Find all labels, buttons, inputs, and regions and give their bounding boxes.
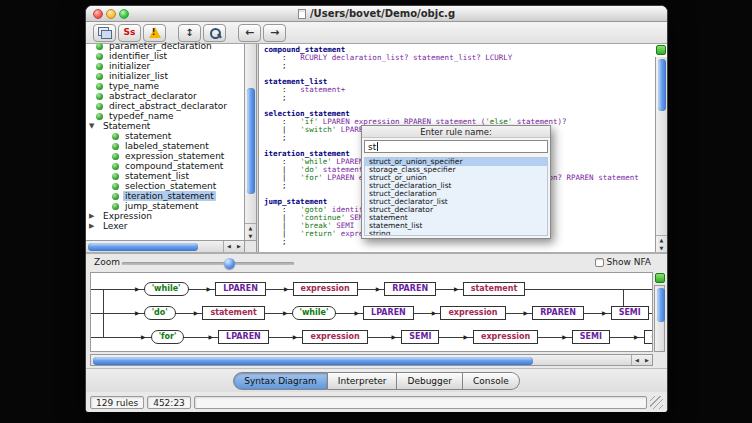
scrollbar-arrows: ◀ ▶: [631, 355, 652, 365]
sidebar-item-label: jump_statement: [123, 201, 201, 211]
diagram-node-expression[interactable]: expression: [644, 330, 653, 344]
sidebar-item-iteration_statement[interactable]: iteration_statement: [86, 191, 244, 201]
scroll-up-icon[interactable]: ▲: [656, 236, 667, 244]
find-button[interactable]: [203, 24, 226, 42]
rules-sidebar: parameter_declarationidentifier_listinit…: [86, 44, 256, 252]
code-segment: ;: [264, 237, 287, 246]
disclosure-closed-icon[interactable]: ▶: [89, 213, 97, 220]
diagram-node-LPAREN[interactable]: LPAREN: [218, 330, 269, 344]
sidebar-item-jump_statement[interactable]: jump_statement: [86, 201, 244, 211]
disclosure-closed-icon[interactable]: ▶: [89, 223, 97, 230]
diagram-node-while[interactable]: 'while': [144, 282, 189, 296]
diagram-node-statement[interactable]: statement: [202, 306, 265, 320]
tab-interpreter[interactable]: Interpreter: [328, 372, 398, 390]
diagram-node-do[interactable]: 'do': [144, 306, 176, 320]
sort-rules-button[interactable]: ↕: [178, 24, 201, 42]
rule-icon: [96, 103, 103, 110]
sidebar-item-Statement[interactable]: ▼Statement: [86, 121, 244, 131]
diagram-node-RPAREN[interactable]: RPAREN: [384, 282, 436, 296]
sidebar-item-parameter_declaration[interactable]: parameter_declaration: [86, 41, 244, 51]
forward-button[interactable]: →: [263, 24, 286, 42]
warnings-button[interactable]: [143, 24, 166, 42]
sidebar-item-label: statement: [123, 131, 173, 141]
sidebar-item-label: Expression: [101, 211, 154, 221]
diagram-node-expression[interactable]: expression: [440, 306, 505, 320]
diagram-node-SEMI[interactable]: SEMI: [401, 330, 439, 344]
rule-icon: [112, 193, 119, 200]
diagram-vertical-scrollbar[interactable]: [654, 285, 665, 352]
scrollbar-corner: [244, 240, 256, 252]
rules-list-button[interactable]: [93, 24, 116, 42]
editor-vertical-scrollbar[interactable]: ▲ ▼: [655, 57, 667, 252]
sidebar-item-selection_statement[interactable]: selection_statement: [86, 181, 244, 191]
sidebar-item-initializer[interactable]: initializer: [86, 61, 244, 71]
sidebar-item-label: selection_statement: [123, 181, 218, 191]
sidebar-item-type_name[interactable]: type_name: [86, 81, 244, 91]
diagram-node-expression[interactable]: expression: [473, 330, 538, 344]
magnifier-icon: [209, 27, 221, 39]
title-bar[interactable]: /Users/bovet/Demo/objc.g: [86, 6, 667, 22]
diagram-node-LPAREN[interactable]: LPAREN: [363, 306, 414, 320]
scrollbar-thumb[interactable]: [247, 88, 255, 194]
scroll-right-icon[interactable]: ▶: [234, 241, 244, 252]
sidebar-item-statement_list[interactable]: statement_list: [86, 171, 244, 181]
sidebar-item-label: initializer: [107, 61, 152, 71]
suggestion-item[interactable]: string: [365, 230, 547, 236]
scrollbar-thumb[interactable]: [658, 59, 666, 111]
sidebar-item-identifier_list[interactable]: identifier_list: [86, 51, 244, 61]
scroll-right-icon[interactable]: ▶: [642, 355, 652, 365]
scroll-down-icon[interactable]: ▼: [245, 232, 256, 240]
diagram-node-for[interactable]: 'for': [151, 330, 185, 344]
slider-track[interactable]: [122, 262, 294, 265]
sidebar-vertical-scrollbar[interactable]: ▲ ▼: [244, 44, 256, 240]
back-button[interactable]: ←: [238, 24, 261, 42]
diagram-horizontal-scrollbar[interactable]: ◀ ▶: [90, 354, 653, 366]
scroll-left-icon[interactable]: ◀: [632, 355, 642, 365]
sidebar-horizontal-scrollbar[interactable]: ◀ ▶: [86, 240, 244, 252]
diagram-node-statement[interactable]: statement: [463, 282, 526, 296]
sidebar-item-label: abstract_declarator: [107, 91, 199, 101]
sidebar-item-initializer_list[interactable]: initializer_list: [86, 71, 244, 81]
sidebar-item-typedef_name[interactable]: typedef_name: [86, 111, 244, 121]
rule-icon: [112, 173, 119, 180]
diagram-node-expression[interactable]: expression: [293, 282, 358, 296]
tab-debugger[interactable]: Debugger: [397, 372, 463, 390]
diagram-node-RPAREN[interactable]: RPAREN: [532, 306, 584, 320]
sidebar-item-expression_statement[interactable]: expression_statement: [86, 151, 244, 161]
check-syntax-button[interactable]: Ss: [118, 24, 141, 42]
diagram-node-LPAREN[interactable]: LPAREN: [215, 282, 266, 296]
scrollbar-thumb[interactable]: [657, 288, 665, 322]
arrow-icon: ▶: [376, 286, 381, 292]
zoom-slider-thumb[interactable]: [224, 258, 235, 269]
diagram-node-SEMI[interactable]: SEMI: [611, 306, 649, 320]
scroll-left-icon[interactable]: ◀: [224, 241, 234, 252]
rule-name-input[interactable]: st: [364, 140, 548, 153]
syntax-check-icon: Ss: [124, 28, 136, 37]
editor-line: ;: [264, 62, 655, 70]
diagram-node-expression[interactable]: expression: [302, 330, 367, 344]
resize-grip[interactable]: [650, 396, 663, 409]
scrollbar-thumb[interactable]: [93, 357, 533, 365]
sidebar-item-compound_statement[interactable]: compound_statement: [86, 161, 244, 171]
desktop-background: /Users/bovet/Demo/objc.g Ss↕←→ parameter…: [0, 0, 752, 423]
toolbar-buttons: Ss↕←→: [93, 24, 286, 42]
tab-console[interactable]: Console: [463, 372, 520, 390]
scrollbar-arrows: ▲ ▼: [656, 235, 667, 252]
show-nfa-checkbox[interactable]: [595, 258, 604, 267]
scroll-up-icon[interactable]: ▲: [245, 224, 256, 232]
sidebar-item-abstract_declarator[interactable]: abstract_declarator: [86, 91, 244, 101]
disclosure-open-icon[interactable]: ▼: [89, 123, 97, 130]
zoom-slider[interactable]: [122, 258, 294, 269]
sidebar-item-Expression[interactable]: ▶Expression: [86, 211, 244, 221]
sidebar-item-statement[interactable]: statement: [86, 131, 244, 141]
scroll-down-icon[interactable]: ▼: [656, 244, 667, 252]
scrollbar-thumb[interactable]: [88, 243, 198, 251]
diagram-node-while[interactable]: 'while': [292, 306, 337, 320]
sidebar-item-labeled_statement[interactable]: labeled_statement: [86, 141, 244, 151]
suggestion-item[interactable]: statement_list: [365, 222, 547, 230]
diagram-node-SEMI[interactable]: SEMI: [572, 330, 610, 344]
tab-syntax-diagram[interactable]: Syntax Diagram: [233, 372, 328, 390]
grammar-health-indicator: [656, 45, 666, 55]
sidebar-item-Lexer[interactable]: ▶Lexer: [86, 221, 244, 231]
sidebar-item-direct_abstract_declarator[interactable]: direct_abstract_declarator: [86, 101, 244, 111]
